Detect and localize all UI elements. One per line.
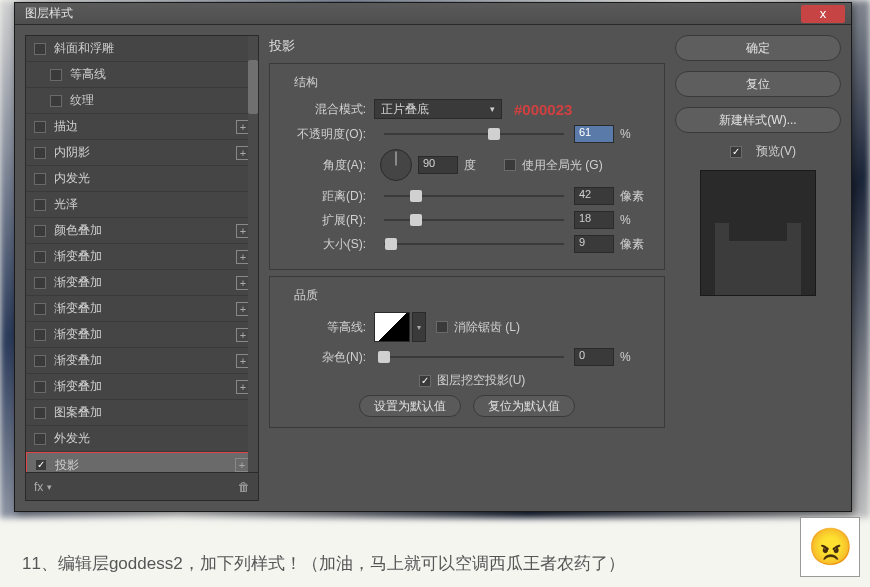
effect-row-2[interactable]: 纹理 [26,88,258,114]
effect-row-11[interactable]: 渐变叠加+ [26,322,258,348]
effect-checkbox[interactable] [34,277,46,289]
size-slider[interactable] [384,243,564,245]
blend-label: 混合模式: [284,101,366,118]
emoji-sticker: 😠 [800,517,860,577]
effect-label: 投影 [55,457,79,473]
opacity-input[interactable]: 61 [574,125,614,143]
effect-checkbox[interactable] [34,225,46,237]
close-button[interactable]: x [801,5,845,23]
quality-legend: 品质 [284,287,650,304]
size-input[interactable]: 9 [574,235,614,253]
effect-label: 渐变叠加 [54,352,102,369]
effect-checkbox[interactable] [34,407,46,419]
main-panel: 投影 结构 混合模式: 正片叠底▾ #000023 不透明度(O): 61 % [269,35,665,501]
blend-mode-select[interactable]: 正片叠底▾ [374,99,502,119]
distance-input[interactable]: 42 [574,187,614,205]
plus-icon[interactable]: + [235,458,249,472]
opacity-slider[interactable] [384,133,564,135]
right-column: 确定 复位 新建样式(W)... 预览(V) [675,35,841,501]
effect-row-9[interactable]: 渐变叠加+ [26,270,258,296]
effect-row-1[interactable]: 等高线 [26,62,258,88]
effect-row-10[interactable]: 渐变叠加+ [26,296,258,322]
effect-checkbox[interactable] [50,95,62,107]
effect-label: 光泽 [54,196,78,213]
scrollbar-thumb[interactable] [248,60,258,114]
effect-checkbox[interactable] [34,251,46,263]
scrollbar-track[interactable] [248,36,258,472]
effect-row-0[interactable]: 斜面和浮雕 [26,36,258,62]
effect-checkbox[interactable] [35,459,47,471]
effect-checkbox[interactable] [34,381,46,393]
reset-default-button[interactable]: 复位为默认值 [473,395,575,417]
effect-row-5[interactable]: 内发光 [26,166,258,192]
distance-label: 距离(D): [284,188,366,205]
effect-row-16[interactable]: 投影+ [26,452,258,472]
preview-checkbox[interactable] [730,146,742,158]
effect-checkbox[interactable] [34,43,46,55]
effect-label: 外发光 [54,430,90,447]
effect-label: 渐变叠加 [54,274,102,291]
effect-label: 渐变叠加 [54,248,102,265]
effect-row-15[interactable]: 外发光 [26,426,258,452]
color-hex: #000023 [514,101,572,118]
effect-row-4[interactable]: 内阴影+ [26,140,258,166]
effect-checkbox[interactable] [34,173,46,185]
contour-swatch[interactable] [374,312,410,342]
antialias-label: 消除锯齿 (L) [454,319,520,336]
structure-fieldset: 结构 混合模式: 正片叠底▾ #000023 不透明度(O): 61 % 角度(… [269,63,665,270]
size-label: 大小(S): [284,236,366,253]
distance-slider[interactable] [384,195,564,197]
effect-checkbox[interactable] [34,303,46,315]
noise-label: 杂色(N): [284,349,366,366]
fx-label[interactable]: fx [34,480,43,494]
titlebar: 图层样式 x [15,3,851,25]
effect-label: 图案叠加 [54,404,102,421]
new-style-button[interactable]: 新建样式(W)... [675,107,841,133]
layer-style-dialog: 图层样式 x 斜面和浮雕等高线纹理描边+内阴影+内发光光泽颜色叠加+渐变叠加+渐… [14,2,852,512]
effect-label: 颜色叠加 [54,222,102,239]
angle-input[interactable]: 90 [418,156,458,174]
effect-checkbox[interactable] [34,355,46,367]
effect-checkbox[interactable] [34,147,46,159]
effect-checkbox[interactable] [34,329,46,341]
contour-dropdown[interactable]: ▾ [412,312,426,342]
effect-checkbox[interactable] [50,69,62,81]
noise-slider[interactable] [384,356,564,358]
make-default-button[interactable]: 设置为默认值 [359,395,461,417]
knockout-checkbox[interactable] [419,375,431,387]
preview-label: 预览(V) [756,143,796,160]
quality-fieldset: 品质 等高线: ▾ 消除锯齿 (L) 杂色(N): 0 % 图层挖空投影(U [269,276,665,428]
effect-row-12[interactable]: 渐变叠加+ [26,348,258,374]
angle-label: 角度(A): [284,157,366,174]
effect-label: 纹理 [70,92,94,109]
effect-row-6[interactable]: 光泽 [26,192,258,218]
angle-dial[interactable] [380,149,412,181]
spread-input[interactable]: 18 [574,211,614,229]
effect-label: 等高线 [70,66,106,83]
effect-checkbox[interactable] [34,433,46,445]
effect-row-3[interactable]: 描边+ [26,114,258,140]
noise-input[interactable]: 0 [574,348,614,366]
effect-row-13[interactable]: 渐变叠加+ [26,374,258,400]
spread-label: 扩展(R): [284,212,366,229]
effect-label: 内阴影 [54,144,90,161]
effect-label: 渐变叠加 [54,326,102,343]
effect-row-8[interactable]: 渐变叠加+ [26,244,258,270]
effect-checkbox[interactable] [34,199,46,211]
opacity-label: 不透明度(O): [284,126,366,143]
cancel-button[interactable]: 复位 [675,71,841,97]
panel-title: 投影 [269,35,665,57]
effects-sidebar: 斜面和浮雕等高线纹理描边+内阴影+内发光光泽颜色叠加+渐变叠加+渐变叠加+渐变叠… [25,35,259,501]
caption-text: 11、编辑层goddess2，加下列样式！（加油，马上就可以空调西瓜王者农药了） [22,552,625,575]
effect-row-7[interactable]: 颜色叠加+ [26,218,258,244]
effect-row-14[interactable]: 图案叠加 [26,400,258,426]
antialias-checkbox[interactable] [436,321,448,333]
spread-slider[interactable] [384,219,564,221]
effect-checkbox[interactable] [34,121,46,133]
trash-icon[interactable]: 🗑 [238,480,250,494]
effect-label: 内发光 [54,170,90,187]
global-light-checkbox[interactable] [504,159,516,171]
effect-label: 描边 [54,118,78,135]
ok-button[interactable]: 确定 [675,35,841,61]
effect-label: 渐变叠加 [54,378,102,395]
